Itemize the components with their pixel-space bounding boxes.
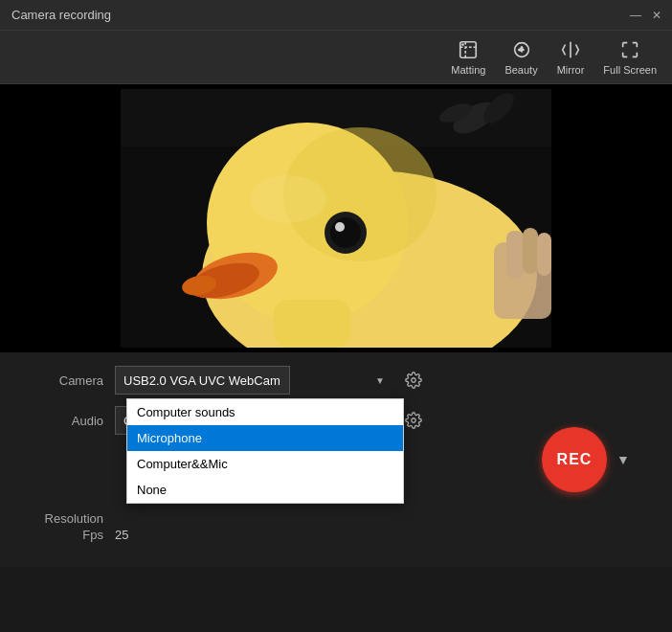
svg-point-12	[330, 217, 361, 248]
title-bar: Camera recording — ✕	[0, 0, 672, 31]
dropdown-item-computer-and-mic[interactable]: Computer&&Mic	[127, 451, 403, 477]
minimize-button[interactable]: —	[628, 8, 643, 23]
svg-point-1	[461, 43, 464, 46]
dropdown-item-microphone[interactable]: Microphone	[127, 425, 403, 451]
dropdown-item-computer-sounds[interactable]: Computer sounds	[127, 399, 403, 425]
svg-point-24	[412, 418, 416, 423]
rec-chevron-button[interactable]: ▼	[613, 449, 634, 470]
toolbar-item-beauty[interactable]: Beauty	[504, 39, 537, 76]
camera-select[interactable]: USB2.0 VGA UVC WebCam	[115, 366, 290, 395]
fullscreen-label: Full Screen	[603, 64, 657, 76]
camera-row: Camera USB2.0 VGA UVC WebCam	[38, 366, 634, 395]
beauty-label: Beauty	[504, 64, 537, 76]
toolbar-item-fullscreen[interactable]: Full Screen	[603, 39, 657, 76]
fullscreen-icon	[619, 39, 640, 60]
camera-select-wrapper: USB2.0 VGA UVC WebCam	[115, 366, 392, 395]
rec-area: REC ▼	[542, 427, 634, 492]
title-bar-controls: — ✕	[628, 8, 664, 23]
close-button[interactable]: ✕	[649, 8, 664, 23]
mirror-label: Mirror	[557, 64, 585, 76]
rec-button[interactable]: REC	[542, 427, 607, 492]
beauty-icon	[511, 39, 532, 60]
controls-area: Camera USB2.0 VGA UVC WebCam Audio Compu…	[0, 352, 672, 567]
svg-point-13	[335, 222, 345, 232]
fps-label: Fps	[38, 528, 115, 542]
camera-settings-button[interactable]	[400, 367, 427, 394]
matting-label: Matting	[451, 64, 485, 76]
svg-rect-21	[274, 300, 350, 348]
svg-rect-20	[537, 233, 551, 276]
toolbar-item-matting[interactable]: Matting	[451, 39, 485, 76]
mirror-icon	[560, 39, 581, 60]
resolution-row: Resolution	[38, 511, 634, 526]
svg-point-22	[250, 175, 326, 223]
audio-label: Audio	[38, 414, 115, 428]
resolution-label: Resolution	[38, 511, 115, 526]
camera-preview	[0, 84, 672, 352]
audio-dropdown: Computer sounds Microphone Computer&&Mic…	[126, 398, 404, 504]
toolbar-item-mirror[interactable]: Mirror	[557, 39, 585, 76]
matting-icon	[458, 39, 479, 60]
fps-value: 25	[115, 528, 128, 542]
audio-settings-button[interactable]	[400, 407, 427, 434]
svg-rect-18	[506, 231, 524, 279]
window-title: Camera recording	[11, 8, 111, 22]
svg-rect-19	[523, 228, 538, 274]
toolbar: Matting Beauty Mirror Full Screen	[0, 31, 672, 84]
svg-point-23	[412, 378, 416, 383]
camera-label: Camera	[38, 373, 115, 388]
camera-feed	[121, 89, 551, 348]
fps-row: Fps 25	[38, 528, 634, 542]
dropdown-item-none[interactable]: None	[127, 477, 403, 503]
